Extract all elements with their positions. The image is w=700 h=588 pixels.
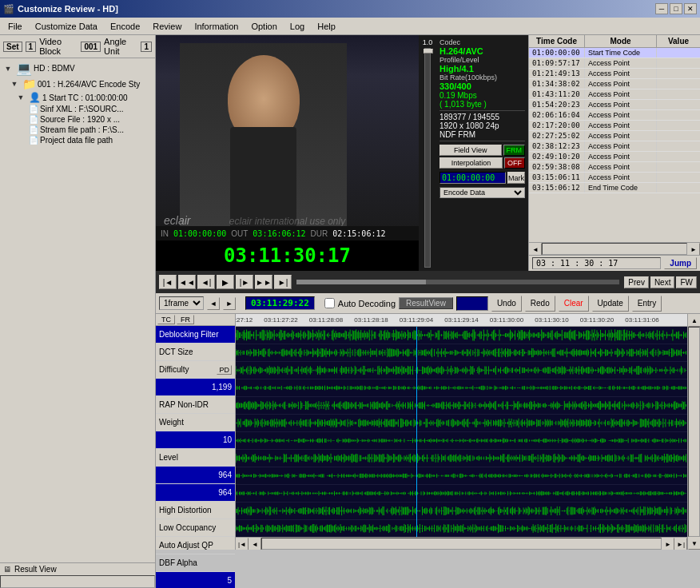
pd-button-2[interactable]: PD xyxy=(217,365,232,375)
cell-mode: Access Point xyxy=(585,89,657,99)
timeline-scroll-end[interactable]: ►| xyxy=(674,538,687,550)
menu-log[interactable]: Log xyxy=(284,20,311,33)
timeline-scrollbar-v[interactable]: ▲ ▼ xyxy=(687,314,700,550)
menu-file[interactable]: File xyxy=(2,20,29,33)
table-row[interactable]: 02:49:10:20Access Point xyxy=(529,152,700,162)
table-row[interactable]: 01:09:57:17Access Point xyxy=(529,58,700,69)
result-view-button[interactable]: ResultView xyxy=(399,297,453,309)
timeline-scroll-right[interactable]: ► xyxy=(662,538,674,550)
table-row[interactable]: 01:00:00:00Start Time Code xyxy=(529,48,700,58)
rewind-fast-button[interactable]: ◄◄ xyxy=(178,275,196,289)
table-row[interactable]: 03:15:06:11Access Point xyxy=(529,173,700,183)
track-labels-panel: TC FR Deblocking FilterDCT SizeDifficult… xyxy=(156,314,236,550)
go-end-button[interactable]: ►| xyxy=(274,275,292,289)
tree-item-3[interactable]: 📄 Sinf XML : F:\SOURC... xyxy=(2,104,153,114)
transport-slider[interactable] xyxy=(296,280,619,284)
undo-button[interactable]: Undo xyxy=(491,296,522,312)
table-scrollbar-h[interactable]: ◄ ► xyxy=(529,242,700,255)
close-button[interactable]: ✕ xyxy=(684,3,697,14)
jump-button[interactable]: Jump xyxy=(664,257,697,269)
redo-button[interactable]: Redo xyxy=(525,296,555,312)
cell-mode: Access Point xyxy=(585,162,657,172)
table-row[interactable]: 01:21:49:13Access Point xyxy=(529,69,700,79)
minimize-button[interactable]: ─ xyxy=(655,3,668,14)
file-icon-5: 📄 xyxy=(29,125,38,134)
menu-information[interactable]: Information xyxy=(188,20,245,33)
menu-customize-data[interactable]: Customize Data xyxy=(29,20,104,33)
timeline-scrollbar-h[interactable]: |◄ ◄ ► ►| xyxy=(236,537,687,550)
cell-timecode: 01:34:38:02 xyxy=(529,79,585,89)
tc-button[interactable]: TC xyxy=(157,315,175,324)
table-row[interactable]: 02:06:16:04Access Point xyxy=(529,110,700,121)
timeline-area: TC FR Deblocking FilterDCT SizeDifficult… xyxy=(156,314,700,550)
track-label-10: High Distortion xyxy=(156,502,235,519)
play-button[interactable]: ▶ xyxy=(217,275,234,289)
forward-fast-button[interactable]: ►► xyxy=(255,275,272,289)
timeline-nav-left[interactable]: ◄ xyxy=(207,297,220,310)
table-scroll-track[interactable] xyxy=(542,243,687,255)
scroll-track-v[interactable] xyxy=(688,327,700,537)
video-slider-panel: 1.0 xyxy=(419,35,436,271)
menu-option[interactable]: Option xyxy=(245,20,283,33)
scroll-up-button[interactable]: ▲ xyxy=(688,314,700,327)
table-scroll-left[interactable]: ◄ xyxy=(529,243,542,256)
auto-decode-checkbox[interactable] xyxy=(324,298,335,308)
table-row[interactable]: 01:34:38:02Access Point xyxy=(529,79,700,89)
tree-item-4[interactable]: 📄 Source File : 1920 x ... xyxy=(2,114,153,125)
timeline-position: 03:11:29:22 xyxy=(245,296,315,310)
timeline-nav-right[interactable]: ► xyxy=(223,297,236,310)
menu-help[interactable]: Help xyxy=(311,20,342,33)
table-scroll-right[interactable]: ► xyxy=(687,243,700,256)
video-slider[interactable] xyxy=(424,48,431,268)
table-row[interactable]: 02:17:20:00Access Point xyxy=(529,121,700,131)
timeline-scroll-track[interactable] xyxy=(261,538,662,550)
interpolation-button[interactable]: Interpolation xyxy=(439,157,503,169)
update-button[interactable]: Update xyxy=(592,296,629,312)
off-button[interactable]: OFF xyxy=(504,157,525,169)
track-label-3: 1,199 xyxy=(156,379,235,396)
tree-item-1[interactable]: ▼ 📁 001 : H.264/AVC Encode Sty xyxy=(2,77,153,91)
set-label: Set xyxy=(3,42,22,52)
fw-button[interactable]: FW xyxy=(676,276,697,288)
track-row-10 xyxy=(236,503,687,520)
frm-button[interactable]: FRM xyxy=(503,145,526,156)
timeline-scroll-left[interactable]: ◄ xyxy=(249,538,261,550)
cell-value xyxy=(657,69,700,78)
fr-button[interactable]: FR xyxy=(177,315,194,324)
next-button[interactable]: Next xyxy=(650,276,675,288)
forward-button[interactable]: |► xyxy=(236,275,253,289)
track-label-1: DCT Size xyxy=(156,344,235,361)
tree-item-0[interactable]: ▼ 💻 HD : BDMV xyxy=(2,60,153,77)
table-row[interactable]: 01:43:11:20Access Point xyxy=(529,89,700,100)
entry-button[interactable]: Entry xyxy=(632,296,662,312)
title-bar-controls[interactable]: ─ □ ✕ xyxy=(655,3,697,14)
table-row[interactable]: 02:38:12:23Access Point xyxy=(529,141,700,152)
left-panel-scrollbar[interactable] xyxy=(0,575,155,588)
go-start-button[interactable]: |◄ xyxy=(159,275,177,289)
interpolation-row: Interpolation OFF xyxy=(439,157,525,169)
encode-data-select[interactable]: Encode Data xyxy=(439,187,525,198)
rewind-button[interactable]: ◄| xyxy=(197,275,215,289)
table-row[interactable]: 03:15:06:12End Time Code xyxy=(529,183,700,193)
result-view-bar: 🖥 Result View xyxy=(0,562,155,575)
mark-button[interactable]: Mark xyxy=(507,172,525,184)
clear-button[interactable]: Clear xyxy=(559,296,589,312)
menu-review[interactable]: Review xyxy=(146,20,188,33)
cell-mode: Access Point xyxy=(585,100,657,109)
maximize-button[interactable]: □ xyxy=(670,3,682,14)
frame-select[interactable]: 1frame xyxy=(159,296,204,310)
timeline-scroll-start[interactable]: |◄ xyxy=(236,538,249,550)
tree-item-6[interactable]: 📄 Project data file path xyxy=(2,135,153,145)
table-row[interactable]: 02:59:38:08Access Point xyxy=(529,162,700,173)
ruler-label-4: 03:11:29:04 xyxy=(400,316,433,324)
tree-item-5[interactable]: 📄 Stream file path : F:\S... xyxy=(2,125,153,135)
scroll-down-button[interactable]: ▼ xyxy=(688,537,700,550)
table-body: 01:00:00:00Start Time Code01:09:57:17Acc… xyxy=(529,48,700,242)
table-row[interactable]: 01:54:20:23Access Point xyxy=(529,100,700,110)
tree-item-2[interactable]: ▼ 👤 1 Start TC : 01:00:00:00 xyxy=(2,91,153,104)
menu-encode[interactable]: Encode xyxy=(104,20,146,33)
prev-button[interactable]: Prev xyxy=(624,276,649,288)
table-row[interactable]: 02:27:25:02Access Point xyxy=(529,131,700,141)
cell-timecode: 01:21:49:13 xyxy=(529,69,585,78)
field-view-button[interactable]: Field View xyxy=(439,145,502,156)
